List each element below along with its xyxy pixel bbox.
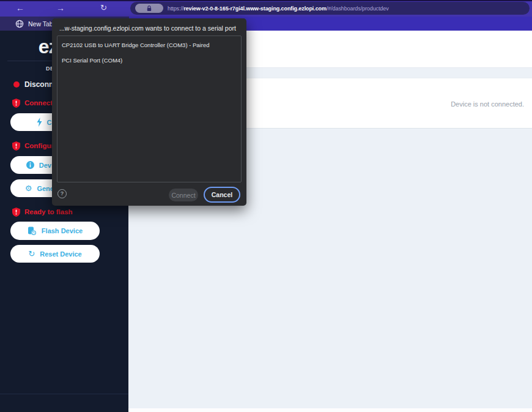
url-scheme: https:// [168,6,183,12]
dialog-title: ...w-staging.config.ezlopi.com wants to … [59,24,242,32]
device-not-connected-message: Device is not connected. [451,100,524,108]
gear-icon: ⚙ [25,184,32,192]
serial-port-list: CP2102 USB to UART Bridge Controller (CO… [57,36,242,182]
bookmark-label: New Tab [28,20,53,28]
address-bar[interactable]: https://review-v2-0-8-165-r7gi4l.www-sta… [130,2,530,15]
browser-toolbar: ← → ↻ https://review-v2-0-8-165-r7gi4l.w… [0,0,532,17]
reset-icon: ↻ [28,250,35,258]
bolt-icon [37,118,42,127]
sidebar-footer-divider [0,394,128,394]
reset-device-label: Reset Device [40,250,82,258]
globe-icon [15,20,24,28]
flash-device-label: Flash Device [42,227,83,234]
url-text: https://review-v2-0-8-165-r7gi4l.www-sta… [168,6,389,12]
flash-device-button[interactable]: Flash Device [10,222,100,240]
back-icon[interactable]: ← [16,2,24,13]
dialog-cancel-button[interactable]: Cancel [204,187,240,203]
reset-device-button[interactable]: ↻ Reset Device [10,245,100,263]
browser-window: ← → ↻ https://review-v2-0-8-165-r7gi4l.w… [0,0,532,412]
alert-shield-icon [12,99,20,108]
serial-port-option[interactable]: PCI Serial Port (COM4) [57,51,241,67]
url-domain: review-v2-0-8-165-r7gi4l.www-staging.con… [183,6,327,12]
info-icon [26,161,34,169]
alert-shield-icon [12,141,20,151]
window-frame-edge [0,0,532,1]
reload-icon[interactable]: ↻ [100,2,107,13]
forward-icon[interactable]: → [56,2,65,13]
serial-port-dialog: ...w-staging.config.ezlopi.com wants to … [52,18,246,206]
content-footer-strip [128,408,532,412]
lock-icon[interactable] [135,4,163,13]
alert-shield-icon [12,208,20,217]
dialog-connect-button[interactable]: Connect [169,189,198,201]
status-dot-icon [13,81,20,88]
section-ready-to-flash: Ready to flash [24,208,73,215]
serial-port-option[interactable]: CP2102 USB to UART Bridge Controller (CO… [57,36,241,51]
url-path: /#/dashboards/productdev [327,6,389,12]
flash-device-icon [28,227,37,236]
lock-glyph [147,6,152,12]
help-icon[interactable]: ? [57,189,67,198]
